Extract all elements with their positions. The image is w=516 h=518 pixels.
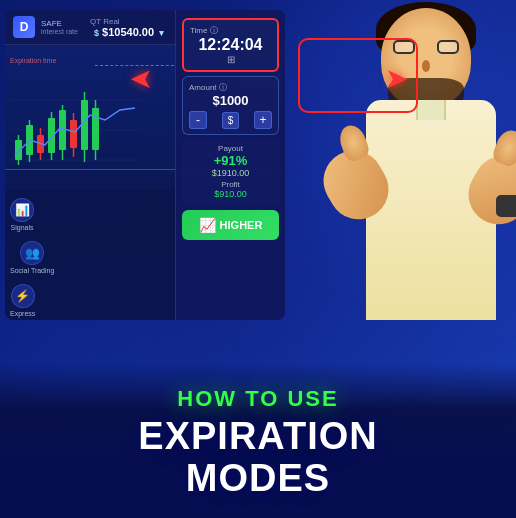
how-to-use-text: HOW TO USE (177, 386, 338, 412)
expiration-modes-text: EXPIRATION MODES (138, 416, 377, 500)
left-eye (393, 40, 415, 54)
signals-icon: 📊 (10, 198, 34, 222)
arrow-left-icon: ➤ (130, 62, 153, 95)
bottom-text-area: HOW TO USE EXPIRATION MODES (0, 363, 516, 518)
signals-label: Signals (11, 224, 34, 231)
nose (422, 60, 430, 72)
qt-label: QT Real (90, 17, 164, 26)
express-icon: ⚡ (11, 284, 35, 308)
platform-ui: D SAFE interest rate QT Real $ $10540.00… (5, 10, 285, 320)
side-icon-social[interactable]: 👥 Social Trading (10, 241, 54, 274)
svg-rect-18 (70, 120, 77, 148)
express-label: Express (10, 310, 35, 317)
side-icon-express[interactable]: ⚡ Express (10, 284, 35, 317)
safe-label: SAFE interest rate (41, 19, 78, 35)
chart-svg (10, 70, 140, 180)
main-container: D SAFE interest rate QT Real $ $10540.00… (0, 0, 516, 518)
watch (496, 195, 516, 217)
collar (416, 100, 446, 120)
svg-rect-24 (92, 108, 99, 150)
logo-icon: D (13, 16, 35, 38)
social-icon: 👥 (20, 241, 44, 265)
balance-display: $ $10540.00 ▾ (94, 26, 164, 38)
right-eye (437, 40, 459, 54)
arrow-right-icon: ➤ (385, 62, 408, 95)
person-photo (251, 0, 516, 365)
side-icon-signals[interactable]: 📊 Signals (10, 198, 34, 231)
logo-letter: D (20, 20, 29, 34)
social-label: Social Trading (10, 267, 54, 274)
minus-button[interactable]: - (189, 111, 207, 129)
currency-button[interactable]: $ (222, 112, 240, 129)
chart-up-icon: 📈 (199, 217, 216, 233)
expiry-label: Expiration time (10, 57, 56, 64)
